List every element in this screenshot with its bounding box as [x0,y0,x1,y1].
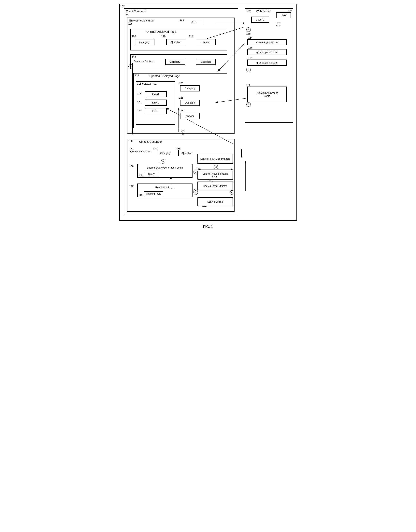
web-server-label: Web Server [256,10,271,13]
client-computer-label: Client Computer [126,10,146,13]
groups-yahoo1-label: groups.yahoo.com [256,51,278,54]
question-updated-label: Question [185,101,195,104]
search-query-gen-label: Search Query Generation Logic [140,166,190,169]
step1-circle: 1 [276,22,280,26]
step4-circle: 4 [246,102,251,107]
answers-yahoo-label: answers.yahoo.com [256,41,279,44]
ref-116: 116 [137,82,141,85]
search-result-selection-box: Search Result Selection Logic [197,171,233,180]
original-page-label: Original Displayed Page [146,30,176,33]
answer-box: Answer [180,113,200,119]
category-box-orig: Category [135,39,155,45]
link1-box: Link-1 [145,91,167,97]
ref-164: 164 [248,36,253,39]
search-query-gen-box: Search Query Generation Logic 140 Query [137,164,193,178]
user-label: User [281,14,286,17]
question-cg-label: Question [182,152,192,154]
ref-130: 130 [128,140,133,142]
search-term-extractor-label: Search Term Extractor [203,185,227,188]
ref-134: 134 [153,147,157,150]
ref-162: 162 [246,84,251,86]
ref-106: 106 [128,22,133,25]
ref-170: 170 [288,9,292,12]
ref-112: 112 [189,35,193,38]
category-orig-label: Category [139,41,150,44]
region-browser: Browser Application 106 URL 105 Original… [127,18,234,134]
user-box: User [276,12,291,18]
mapping-table-box: Mapping Table [144,191,163,196]
groups-yahoo1-box: groups.yahoo.com [247,49,287,55]
ref-120: 120 [137,101,141,104]
answers-yahoo-box: answers.yahoo.com [247,39,287,45]
category-box-updated: Category [180,85,200,91]
ref-110: 110 [161,35,166,38]
ref-108-top: 108 [132,35,136,38]
link2-label: Link-2 [152,101,159,104]
ref-136: 136 [176,147,181,150]
ref-166: 166 [246,32,251,35]
linkn-box: Link-N [145,108,167,114]
region-question-context: 113 Question Context Category Question [130,54,227,69]
question-box-113: Question [196,59,216,65]
region-context-generator: 130 Context Generator 132 Question Conte… [127,139,234,212]
ref-105: 105 [180,18,184,21]
step6-circle: 6 [161,160,165,164]
mapping-table-label: Mapping Table [146,192,161,195]
submit-label: Submit [202,41,210,44]
diagram-area: 102 Client Computer 104 Browser Applicat… [119,4,297,221]
fig-caption: FIG. 1 [119,225,297,229]
category-box-cg: Category [157,150,174,156]
search-engine-box: Search Engine [197,197,233,206]
ref-102: 102 [121,5,125,8]
step3-circle: 3 [246,68,251,72]
ref-104: 104 [125,13,129,16]
search-result-selection-label: Search Result Selection Logic [200,172,230,178]
question-context-label-113: Question Context [134,60,154,63]
link1-label: Link-1 [152,93,159,96]
groups-yahoo2-box: groups.yahoo.com [247,59,287,66]
ref-118: 118 [137,92,141,95]
link2-box: Link-2 [145,100,167,106]
ref-142: 142 [129,184,134,188]
main-container: 102 Client Computer 104 Browser Applicat… [119,4,297,229]
ref-132: 132 [129,147,134,150]
search-term-extractor-box: Search Term Extractor [197,181,233,190]
question-box-orig: Question [166,39,186,45]
answer-label: Answer [186,114,194,117]
ref-138: 138 [129,165,134,168]
region-related-links: 116 Related Links 118 Link-1 120 Link-2 [136,81,175,125]
question-box-cg: Question [178,150,196,156]
ref-140: 140 [139,174,143,177]
context-gen-label: Context Generator [139,140,162,143]
ref-128: 128 [179,109,184,112]
step2-circle: 2 [246,27,251,32]
user-id-label: User ID [256,18,264,21]
search-result-display-label: Search Result Display Logic [200,158,230,160]
url-label: URL [191,20,196,23]
groups-yahoo2-label: groups.yahoo.com [256,61,278,64]
search-engine-label: Search Engine [207,200,223,203]
region-original-page: Original Displayed Page 108 110 112 Cate… [130,29,227,50]
ref-143: 143 [139,194,143,197]
category-cg-label: Category [160,152,171,154]
question-box-updated: Question [180,100,200,106]
user-id-box: User ID [251,17,269,23]
search-result-display-box: Search Result Display Logic [197,154,233,164]
restriction-logic-label: Restriction Logic [140,186,190,189]
submit-box: Submit [196,39,216,45]
category-updated-label: Category [185,87,195,90]
step5-circle: 5 [128,64,133,69]
ref-160: 160 [246,9,251,12]
ref-124: 124 [179,81,184,84]
step7-circle: 7 [193,170,198,174]
step12-circle: 12 [181,131,185,135]
category-113-label: Category [170,60,180,63]
ref-113: 113 [132,56,136,59]
region-updated-page: 114 Updated Displayed Page 116 Related L… [133,73,227,128]
related-links-label: Related Links [142,83,158,86]
query-label: Query [148,173,155,175]
question-context-cg-label: Question Context [130,150,150,153]
step11-circle: 11 [214,165,218,169]
question-answering-logic-label: Question Answering Logic [256,91,279,97]
region-web-server: 160 Web Server 170 User 172 User ID 1 2 … [245,8,293,123]
